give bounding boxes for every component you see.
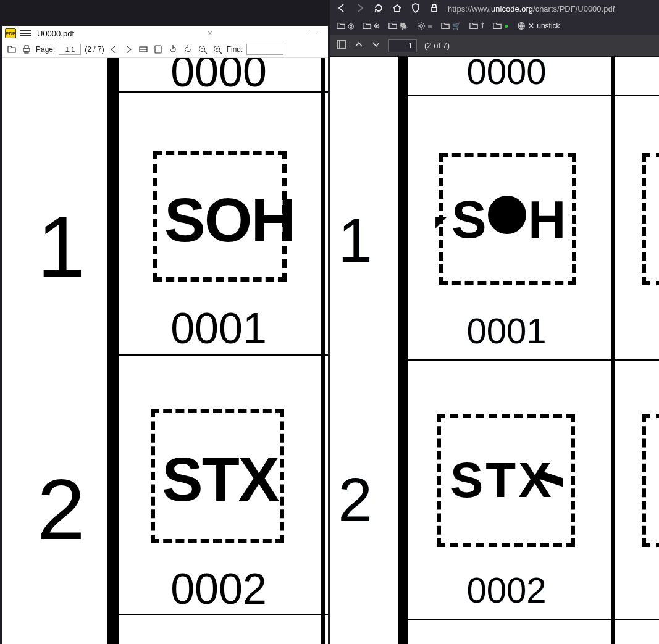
grid-line xyxy=(611,57,615,644)
bookmark-unstick-label: unstick xyxy=(537,22,560,30)
prev-page-icon[interactable] xyxy=(354,40,364,51)
bookmark-folder-4[interactable]: 🛒 xyxy=(441,22,461,30)
open-file-icon[interactable] xyxy=(6,44,17,55)
fit-page-icon[interactable] xyxy=(153,44,164,55)
row-number-1: 1 xyxy=(330,205,380,276)
grid-line xyxy=(408,359,659,361)
url-prefix: https://www. xyxy=(448,4,491,14)
target-icon: ◎ xyxy=(348,22,354,30)
left-dark-background xyxy=(0,0,330,24)
glyph-label-s: S xyxy=(451,190,487,250)
forward-icon xyxy=(355,3,365,15)
url-domain: unicode.org xyxy=(491,4,533,14)
green-dot-icon: ● xyxy=(504,22,508,30)
page-input[interactable] xyxy=(59,44,81,55)
shield-icon[interactable] xyxy=(411,3,421,15)
url-bar[interactable]: https://www.unicode.org/charts/PDF/U0000… xyxy=(448,4,653,14)
right-viewer-pane: https://www.unicode.org/charts/PDF/U0000… xyxy=(330,0,659,644)
codepoint-0000: 0000 xyxy=(151,58,287,96)
filled-circle-icon xyxy=(488,196,526,234)
page-count: (2 / 7) xyxy=(85,45,104,54)
home-icon[interactable] xyxy=(392,3,402,15)
sumatra-logo-icon: PDF xyxy=(5,28,16,38)
page-input[interactable] xyxy=(388,39,417,52)
sumatra-page-view[interactable]: 0000 1 SOH 0001 2 STX 0002 xyxy=(2,58,328,644)
row-number-2: 2 xyxy=(27,459,95,559)
page-count: (2 of 7) xyxy=(424,41,450,50)
bookmark-settings[interactable]: ⧈ xyxy=(417,22,432,30)
firefox-navbar: https://www.unicode.org/charts/PDF/U0000… xyxy=(330,0,659,17)
sumatra-toolbar: Page: (2 / 7) xyxy=(2,41,328,58)
zoom-out-icon[interactable] xyxy=(197,44,208,55)
row-number-2: 2 xyxy=(330,464,380,535)
find-label: Find: xyxy=(227,45,243,54)
bookmark-unstick[interactable]: ✕ unstick xyxy=(517,22,560,30)
fit-width-icon[interactable] xyxy=(138,44,149,55)
grid-line xyxy=(119,614,328,615)
rotate-left-icon[interactable] xyxy=(167,44,178,55)
firefox-page-view[interactable]: 0000 1 ◤ S H 0001 2 STX 0002 xyxy=(330,57,659,644)
svg-rect-2 xyxy=(25,51,28,53)
rotate-right-icon[interactable] xyxy=(182,44,193,55)
elephant-icon: 🐘 xyxy=(400,22,408,30)
svg-point-14 xyxy=(420,25,422,27)
svg-rect-0 xyxy=(23,48,30,51)
sidebar-toggle-icon[interactable] xyxy=(337,40,346,51)
cart-icon: 🛒 xyxy=(452,22,461,30)
glyph-label-stx: STX xyxy=(450,452,554,509)
codepoint-0000: 0000 xyxy=(445,57,568,92)
tree-icon: ⧈ xyxy=(428,22,432,30)
bookmark-folder-3[interactable]: 🐘 xyxy=(388,22,408,30)
print-icon[interactable] xyxy=(21,44,32,55)
hamburger-icon[interactable] xyxy=(20,28,31,38)
sumatra-titlebar: PDF U0000.pdf × xyxy=(2,26,328,41)
firefox-bookmarks-bar: ◎ ※ 🐘 ⧈ 🛒 ⤴ ● ✕ unstick xyxy=(330,17,659,35)
prev-page-icon[interactable] xyxy=(108,44,119,55)
bookmark-folder-5[interactable]: ⤴ xyxy=(469,22,484,30)
svg-rect-1 xyxy=(25,46,28,48)
glyph-box-partial xyxy=(642,153,659,285)
render-artifact-icon: ◤ xyxy=(435,213,447,230)
lock-icon[interactable] xyxy=(429,3,439,15)
branch-icon: ⤴ xyxy=(481,22,484,30)
grid-line xyxy=(398,57,408,644)
minimize-icon[interactable] xyxy=(311,30,319,30)
asterisk-icon: ※ xyxy=(374,22,380,30)
url-suffix: /charts/PDF/U0000.pdf xyxy=(533,4,615,14)
svg-rect-5 xyxy=(155,46,161,53)
back-icon[interactable] xyxy=(337,3,346,15)
firefox-pdf-toolbar: (2 of 7) xyxy=(330,35,659,57)
grid-line xyxy=(408,95,659,96)
codepoint-0001: 0001 xyxy=(151,304,287,353)
glyph-label-soh: SOH xyxy=(164,185,295,256)
next-page-icon[interactable] xyxy=(123,44,134,55)
find-input[interactable] xyxy=(246,44,283,55)
codepoint-0001: 0001 xyxy=(445,310,568,351)
grid-line xyxy=(408,619,659,620)
left-viewer-pane: PDF U0000.pdf × Page: (2 / 7) xyxy=(0,0,330,644)
bookmark-folder-6[interactable]: ● xyxy=(493,22,508,30)
glyph-box-partial xyxy=(642,414,659,547)
svg-line-7 xyxy=(204,51,207,54)
close-icon[interactable]: × xyxy=(208,28,212,38)
row-number-1: 1 xyxy=(27,197,95,297)
codepoint-0002: 0002 xyxy=(445,569,568,611)
grid-line xyxy=(107,58,119,644)
grid-line xyxy=(321,58,325,644)
sumatra-window: PDF U0000.pdf × Page: (2 / 7) xyxy=(2,26,328,644)
svg-rect-16 xyxy=(337,41,346,48)
grid-line xyxy=(119,354,328,356)
glyph-label-h: H xyxy=(528,190,566,250)
zoom-in-icon[interactable] xyxy=(212,44,223,55)
glyph-label-stx: STX xyxy=(162,444,278,515)
reload-icon[interactable] xyxy=(374,3,384,15)
bookmark-folder-1[interactable]: ◎ xyxy=(337,22,354,30)
codepoint-0002: 0002 xyxy=(151,564,287,614)
tab-title[interactable]: U0000.pdf xyxy=(37,29,74,38)
svg-rect-13 xyxy=(432,7,437,12)
x-icon: ✕ xyxy=(528,22,534,30)
bookmark-folder-2[interactable]: ※ xyxy=(363,22,380,30)
svg-line-10 xyxy=(219,51,222,54)
page-label: Page: xyxy=(36,45,55,54)
next-page-icon[interactable] xyxy=(371,40,381,51)
